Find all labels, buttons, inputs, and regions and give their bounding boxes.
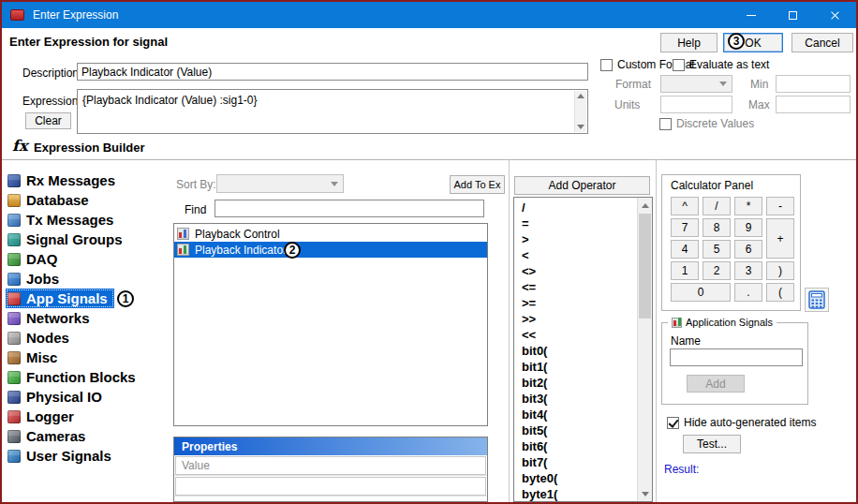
operator-item[interactable]: <= [514,279,637,295]
operator-item[interactable]: bit6( [514,438,637,454]
find-input[interactable] [214,200,484,217]
calculator-key[interactable]: 6 [734,240,762,259]
help-button[interactable]: Help [660,33,717,52]
calculator-key[interactable]: * [734,197,762,215]
category-item[interactable]: Rx Messages [6,170,122,190]
close-button[interactable] [814,2,856,28]
calculator-key[interactable]: 3 [734,261,762,280]
category-item[interactable]: Misc [6,348,64,367]
divider [656,159,657,502]
divider [509,159,510,502]
calculator-key[interactable]: 0 [671,283,731,302]
operator-list[interactable]: / = > < <> <= >= >> << bit0( [513,197,653,502]
category-item[interactable]: DAQ [6,249,64,269]
category-label: Networks [26,310,90,326]
signal-list-item[interactable]: Playback Indicator [174,242,487,258]
operator-item[interactable]: bit7( [514,454,637,470]
expression-value: {Playback Indicator (Value) :sig1-0} [82,94,258,107]
calculator-key[interactable]: + [766,218,794,259]
add-operator-button[interactable]: Add Operator [514,176,650,195]
calculator-key[interactable]: 4 [671,240,699,259]
playback-control-icon [177,228,189,240]
expression-scrollbar[interactable] [574,91,586,132]
calculator-key[interactable]: - [766,197,794,215]
operator-item[interactable]: < [514,247,637,263]
category-item[interactable]: Cameras [6,426,92,446]
category-item[interactable]: Logger [6,407,81,426]
chevron-down-icon [331,182,338,186]
fx-icon: fx [12,137,27,155]
hide-auto-generated-checkbox[interactable]: Hide auto-generated items [667,416,816,429]
category-item[interactable]: Function Blocks [6,367,142,387]
category-item[interactable]: Physical IO [6,387,109,407]
calculator-key[interactable]: 8 [703,218,731,237]
signal-groups-icon [7,233,21,246]
operator-item[interactable]: / [514,200,637,215]
operator-item[interactable]: byte0( [514,470,637,486]
operator-item[interactable]: >> [514,311,637,327]
description-input[interactable] [77,63,588,81]
category-item[interactable]: Database [6,190,96,210]
calculator-key[interactable]: / [703,197,731,215]
calculator-launcher-button[interactable] [805,288,829,312]
app-signals-icon [7,292,21,305]
application-signals-title: Application Signals [686,317,773,328]
calculator-key[interactable]: . [734,283,762,302]
category-item[interactable]: Nodes [6,328,76,348]
operator-item[interactable]: bit4( [514,407,637,422]
properties-panel: Properties Value [173,437,488,502]
category-item[interactable]: Jobs [6,269,66,289]
calculator-key[interactable]: 2 [703,261,731,280]
calculator-key[interactable]: ^ [671,197,699,215]
add-to-expression-button[interactable]: Add To Ex [450,175,505,194]
operator-item[interactable]: bit1( [514,359,637,375]
category-label: App Signals [26,290,108,306]
expression-input[interactable]: {Playback Indicator (Value) :sig1-0} [77,89,588,134]
operator-item[interactable]: > [514,231,637,247]
scroll-up-button[interactable] [638,198,652,213]
calculator-key[interactable]: 5 [703,240,731,259]
scroll-up-icon [642,203,649,208]
category-label: Tx Messages [26,212,113,228]
scrollbar-thumb[interactable] [639,214,651,319]
signal-list[interactable]: Playback Control Playback Indicator [173,223,488,426]
operator-item[interactable]: byte1( [514,486,637,501]
operator-item[interactable]: = [514,215,637,231]
annotation-2: 2 [284,242,301,259]
signal-list-item[interactable]: Playback Control [174,226,487,242]
hide-auto-generated-label: Hide auto-generated items [684,416,816,429]
operator-item[interactable]: bit2( [514,375,637,391]
properties-rows: Value [174,455,487,497]
calculator-key[interactable]: 1 [671,261,699,280]
annotation-3: 3 [728,33,745,50]
clear-button[interactable]: Clear [25,112,71,129]
calculator-key[interactable]: ( [766,283,794,302]
operator-item[interactable]: >= [514,295,637,311]
calculator-key[interactable]: ) [766,261,794,280]
scroll-down-button[interactable] [638,486,652,501]
evaluate-as-text-checkbox[interactable]: Evaluate as text [673,58,769,71]
operator-item[interactable]: <> [514,263,637,279]
category-item[interactable]: Signal Groups [6,230,129,249]
category-item[interactable]: User Signals [6,446,118,466]
titlebar[interactable]: Enter Expression [2,2,856,28]
maximize-button[interactable] [772,2,814,28]
operator-scrollbar[interactable] [637,198,652,501]
test-button[interactable]: Test... [683,435,741,453]
calculator-key[interactable]: 7 [671,218,699,237]
calculator-key[interactable]: 9 [734,218,762,237]
category-item[interactable]: App Signals [6,289,114,308]
category-label: DAQ [26,251,57,267]
category-item[interactable]: Tx Messages [6,210,120,230]
name-input[interactable] [670,348,803,366]
minimize-button[interactable] [730,2,772,28]
cancel-button[interactable]: Cancel [791,33,853,52]
operator-item[interactable]: bit0( [514,343,637,359]
category-item[interactable]: Networks [6,308,96,328]
app-icon [10,9,24,21]
operator-item[interactable]: bit5( [514,422,637,438]
max-input [776,96,851,113]
properties-row: Value [174,455,487,476]
operator-item[interactable]: bit3( [514,391,637,407]
operator-item[interactable]: << [514,327,637,343]
